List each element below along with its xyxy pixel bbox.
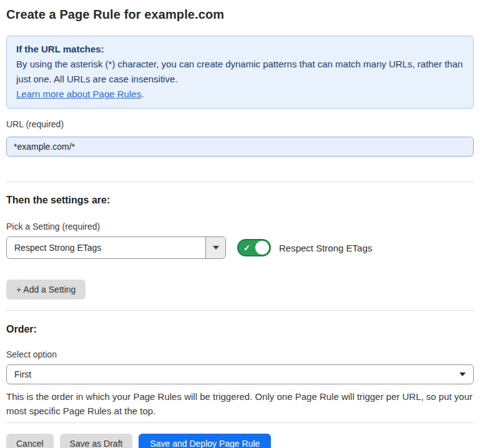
info-box-heading: If the URL matches: — [16, 42, 464, 57]
footer-actions: Cancel Save as Draft Save and Deploy Pag… — [6, 434, 474, 448]
info-box-link-line: Learn more about Page Rules. — [16, 87, 464, 102]
order-heading: Order: — [6, 323, 474, 336]
url-label: URL (required) — [6, 119, 474, 129]
setting-row: Respect Strong ETags ✓ Respect Strong ET… — [6, 236, 474, 259]
select-option-label: Select option — [6, 349, 474, 359]
chevron-down-icon — [213, 246, 219, 250]
setting-select-value: Respect Strong ETags — [7, 243, 205, 253]
link-suffix-period: . — [141, 89, 144, 99]
toggle-knob — [255, 241, 269, 255]
respect-strong-etags-toggle[interactable]: ✓ — [237, 239, 271, 256]
info-box-body: By using the asterisk (*) character, you… — [16, 57, 464, 87]
page-title: Create a Page Rule for example.com — [6, 7, 474, 22]
order-select-value: First — [14, 369, 459, 379]
setting-select[interactable]: Respect Strong ETags — [6, 236, 226, 259]
url-input[interactable] — [6, 137, 474, 157]
save-as-draft-button[interactable]: Save as Draft — [60, 434, 133, 448]
check-icon: ✓ — [243, 244, 250, 252]
create-page-rule-form: Create a Page Rule for example.com If th… — [0, 7, 480, 448]
order-select[interactable]: First — [6, 364, 474, 384]
settings-heading: Then the settings are: — [6, 194, 474, 207]
caret-down-icon — [459, 373, 466, 376]
order-help-text: This is the order in which your Page Rul… — [6, 389, 474, 418]
footer-divider — [6, 422, 474, 423]
save-and-deploy-button[interactable]: Save and Deploy Page Rule — [139, 434, 271, 448]
add-setting-button[interactable]: + Add a Setting — [6, 280, 86, 299]
toggle-label: Respect Strong ETags — [279, 243, 372, 253]
setting-select-arrow-button[interactable] — [205, 237, 225, 258]
url-match-info-box: If the URL matches: By using the asteris… — [6, 36, 474, 109]
cancel-button[interactable]: Cancel — [6, 434, 54, 448]
learn-more-link[interactable]: Learn more about Page Rules — [16, 89, 141, 99]
pick-setting-label: Pick a Setting (required) — [6, 222, 474, 231]
section-divider — [6, 182, 474, 182]
section-divider — [6, 310, 474, 311]
